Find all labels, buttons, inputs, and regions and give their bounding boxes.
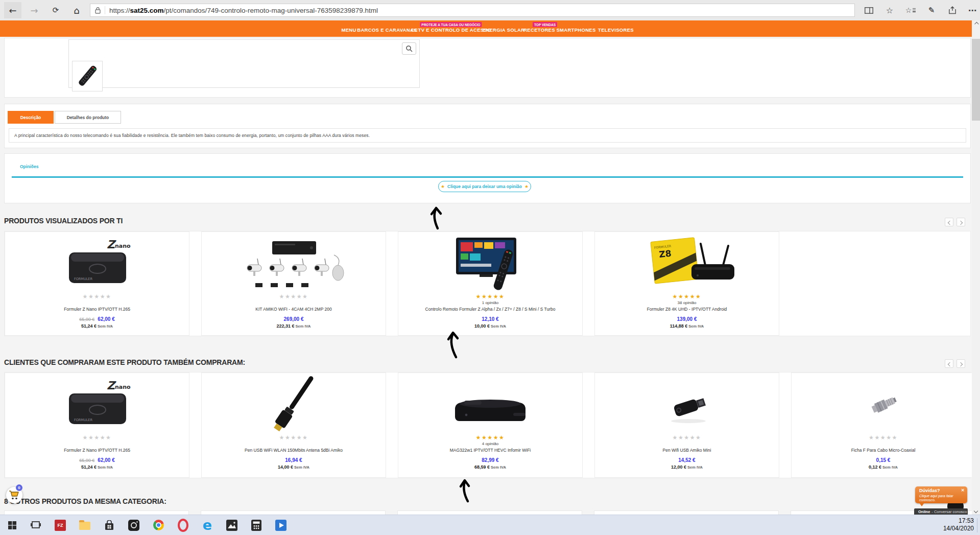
share-icon[interactable]: [944, 2, 961, 18]
product-name[interactable]: Formuler Z Nano IPTV/OTT H.265: [64, 448, 130, 453]
product-name[interactable]: Ficha F Para Cabo Micro-Coaxial: [851, 448, 916, 453]
viewed-products-row: Z nano FORMULER Formuler Z Nano IPTV/OTT…: [4, 231, 971, 336]
nav-item-menu[interactable]: MENU: [341, 27, 356, 33]
product-thumbnail[interactable]: [72, 61, 103, 91]
product-name[interactable]: Formuler Z8 4K UHD - IPTV/OTT Android: [647, 307, 727, 312]
product-card[interactable]: Z nano FORMULER Formuler Z Nano IPTV/OTT…: [5, 231, 189, 336]
tab-detalhes[interactable]: Detalhes do produto: [55, 111, 121, 124]
chat-status-bar[interactable]: Online - Conversar conosco: [914, 508, 968, 515]
chrome-icon[interactable]: [152, 515, 164, 535]
calculator-app-icon[interactable]: [250, 515, 262, 535]
start-button[interactable]: [6, 515, 18, 535]
also-bought-products-row: Z nano FORMULER Formuler Z Nano IPTV/OTT…: [4, 372, 971, 478]
svg-text:nano: nano: [115, 243, 131, 249]
product-name[interactable]: MAG322w1 IPTV/OTT HEVC Infomir WiFi: [450, 448, 531, 453]
task-view-icon[interactable]: [30, 515, 42, 535]
product-name[interactable]: Formuler Z Nano IPTV/OTT H.265: [64, 307, 130, 312]
current-price: 269,00 €: [284, 316, 304, 322]
product-image-cctv-kit: [240, 234, 347, 293]
nav-item-cctv[interactable]: CCTV E CONTROLO DE ACESSO: [411, 27, 491, 33]
edge-icon[interactable]: e: [201, 515, 213, 535]
product-card[interactable]: Pen Wifi USB Amiko Mini 14,52 € 12,00 €S…: [594, 373, 779, 478]
taskbar: FZ e 17:53 14/04/2020: [0, 515, 980, 535]
scrollbar-thumb[interactable]: [972, 39, 980, 121]
rating-stars: [279, 293, 308, 300]
carousel-next-button[interactable]: [957, 359, 965, 368]
rating-stars: [476, 293, 505, 300]
file-explorer-icon[interactable]: [79, 515, 91, 535]
reading-view-icon[interactable]: [860, 2, 877, 18]
more-menu-icon[interactable]: ⋯: [964, 2, 980, 18]
product-main-image-box: [68, 39, 420, 88]
product-price: 82,99 €: [482, 457, 498, 463]
product-price: 16,94 €: [285, 457, 302, 463]
product-card[interactable]: Z8 FORMULER 38 opinião Formuler Z8 4K UH…: [594, 231, 779, 336]
browser-refresh-button[interactable]: ⟳: [47, 2, 64, 18]
floating-cart-button[interactable]: 0: [6, 487, 22, 503]
product-card-partial[interactable]: [594, 510, 779, 515]
scrollbar-up-arrow[interactable]: [972, 20, 980, 28]
browser-forward-button[interactable]: →: [26, 2, 43, 18]
carousel-prev-button[interactable]: [945, 218, 953, 226]
zoom-magnifier-button[interactable]: [402, 42, 416, 55]
product-card[interactable]: 1 opinião Controlo Remoto Formuler Z Alp…: [398, 231, 583, 336]
nav-item-recetores[interactable]: RECETORES: [523, 27, 555, 33]
product-card-partial[interactable]: [397, 510, 582, 515]
chat-tooltip[interactable]: Dúvidas? × Clique aqui para falar connos…: [915, 486, 967, 503]
product-card[interactable]: 4 opinião MAG322w1 IPTV/OTT HEVC Infomir…: [398, 373, 583, 478]
opera-icon[interactable]: [177, 515, 189, 535]
web-note-pen-icon[interactable]: ✎: [923, 2, 940, 18]
nav-item-barcos[interactable]: BARCOS E CARAVANAS: [357, 27, 417, 33]
product-name[interactable]: Pen Wifi USB Amiko Mini: [663, 448, 711, 453]
product-card[interactable]: Pen USB WiFi WLAN 150Mbits Antena 5dBi A…: [201, 373, 386, 478]
product-price: 0,15 €: [876, 457, 891, 463]
store-icon[interactable]: [103, 515, 115, 535]
tab-descricao[interactable]: Descrição: [8, 111, 54, 124]
lock-icon: [95, 7, 101, 14]
movies-app-icon[interactable]: [275, 515, 287, 535]
scrollbar-down-arrow[interactable]: [972, 507, 980, 515]
product-price: 269,00 €: [284, 316, 304, 322]
leave-review-button[interactable]: ★ Clique aqui para deixar uma opinião ★: [438, 181, 531, 192]
product-card[interactable]: KIT AMIKO WIFI - 4CAM 4CH 2MP 200 269,00…: [201, 231, 386, 336]
chat-close-icon[interactable]: ×: [961, 487, 965, 493]
hub-icon[interactable]: ☆: [902, 2, 919, 18]
net-price: 10,00 €Sem IVA: [474, 323, 506, 329]
rating-stars: [279, 434, 308, 441]
product-image-formuler-z-nano: Z nano FORMULER: [54, 234, 140, 293]
browser-home-button[interactable]: ⌂: [68, 2, 85, 18]
star-icon: ★: [524, 184, 529, 189]
product-name[interactable]: KIT AMIKO WIFI - 4CAM 4CH 2MP 200: [255, 307, 331, 312]
product-card-partial[interactable]: [201, 510, 386, 515]
tab-opinioes[interactable]: Opiniões: [20, 164, 38, 169]
product-name[interactable]: Controlo Remoto Formuler Z Alpha / Zx / …: [425, 307, 556, 312]
product-image-usb-antenna: [250, 375, 337, 434]
taskbar-clock[interactable]: 17:53 14/04/2020: [943, 517, 974, 532]
nav-item-smartphones[interactable]: SMARTPHONES: [556, 27, 595, 33]
browser-chrome: ← → ⟳ ⌂ https://sat25.com/pt/comandos/74…: [0, 0, 980, 20]
product-card-partial[interactable]: [4, 510, 189, 515]
remote-control-image: [74, 63, 101, 89]
product-card[interactable]: Z nano FORMULER Formuler Z Nano IPTV/OTT…: [5, 373, 189, 478]
net-price: 114,88 €Sem IVA: [670, 323, 704, 329]
product-name[interactable]: Pen USB WiFi WLAN 150Mbits Antena 5dBi A…: [245, 448, 343, 453]
nav-item-televisores[interactable]: TELEVISORES: [598, 27, 634, 33]
product-tabs-panel: Descrição Detalhes do produto A principa…: [4, 104, 971, 148]
product-card[interactable]: Ficha F Para Cabo Micro-Coaxial 0,15 € 0…: [791, 373, 975, 478]
show-desktop-button[interactable]: [977, 518, 977, 532]
viewed-section-title: PRODUTOS VISUALIZADOS POR TI: [4, 217, 123, 225]
browser-back-button[interactable]: ←: [4, 2, 21, 18]
camera-app-icon[interactable]: [128, 515, 140, 535]
carousel-prev-button[interactable]: [945, 359, 953, 368]
favorites-star-icon[interactable]: ☆: [881, 2, 898, 18]
nav-badge-cctv: PROTEJE A TUA CASA OU NEGÓCIO: [420, 22, 482, 27]
photos-app-icon[interactable]: [226, 515, 238, 535]
carousel-next-button[interactable]: [957, 218, 965, 226]
nav-item-energia[interactable]: ENERGIA SOLAR: [483, 27, 525, 33]
address-bar[interactable]: https://sat25.com/pt/comandos/749-contro…: [90, 4, 855, 17]
rating-stars: [83, 293, 112, 300]
star-icon: ★: [441, 184, 445, 189]
filezilla-icon[interactable]: FZ: [54, 515, 66, 535]
current-price: 12,10 €: [482, 316, 498, 322]
product-image-usb-mini: [649, 375, 725, 434]
